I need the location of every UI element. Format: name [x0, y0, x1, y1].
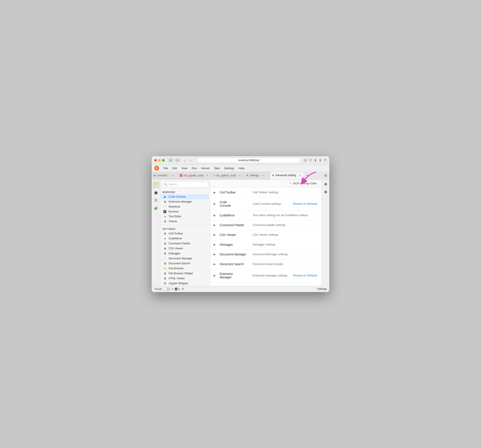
menu-view[interactable]: View [180, 166, 189, 171]
restore-code-console-button[interactable]: Restore to Defaults [292, 202, 318, 206]
sidebar-item-codemirror-label: CodeMirror [169, 237, 182, 240]
code-console-desc: Code Console settings. [253, 202, 290, 205]
download-icon[interactable]: ⬇ [314, 159, 317, 162]
forward-button[interactable]: › [188, 158, 193, 163]
menu-settings[interactable]: Settings [222, 166, 236, 171]
sidebar-item-document-manager[interactable]: 📄 Document Manager [161, 256, 209, 261]
cell-toolbar-icon: ⚙ [163, 232, 167, 235]
sidebar-item-debugger-label: Debugger [169, 252, 180, 255]
tab-console1-close[interactable]: ✕ [171, 174, 174, 177]
right-settings-icon[interactable]: ⚙ [323, 189, 329, 195]
settings-row-code-console[interactable]: ▶ CodeConsole Code Console settings. Res… [210, 197, 322, 210]
shield-icon[interactable]: 🛡 [309, 159, 312, 162]
status-s-icon: S [175, 288, 177, 290]
settings-section-label: SETTINGS [160, 226, 210, 231]
json-settings-editor-button[interactable]: ↗ JSON Settings Editor [287, 181, 319, 186]
sidebar-item-doc-search-label: Document Search [169, 262, 190, 265]
file-browser-icon[interactable]: 📁 [152, 181, 159, 188]
sidebar-item-debugger[interactable]: ⚙ Debugger [161, 251, 209, 256]
status-gear-icon[interactable]: ⚙ [181, 287, 184, 291]
sidebar-item-file-browser-widget[interactable]: ⚙ File Browser Widget [161, 271, 209, 276]
tab-settings[interactable]: ⚙ Settings ✕ [244, 172, 270, 179]
share-icon[interactable]: ⬆ [319, 159, 322, 162]
sidebar-item-jupyter-widgets[interactable]: ⚙ Jupyter Widgets [161, 281, 209, 286]
settings-row-debugger[interactable]: ▶ Debugger Debugger settings [210, 240, 322, 250]
running-terminals-icon[interactable]: ⬤ [152, 189, 159, 196]
settings-row-command-palette[interactable]: ▶ Command Palette Command palette settin… [210, 220, 322, 230]
menu-edit[interactable]: Edit [171, 166, 179, 171]
close-button[interactable] [154, 159, 157, 162]
settings-row-cell-toolbar[interactable]: ▶ Cell Toolbar Cell Toolbar Settings. [210, 188, 322, 197]
toggle-track[interactable] [164, 287, 170, 291]
tab-add-button[interactable]: + [304, 172, 310, 179]
tab-python-close[interactable]: ✕ [238, 174, 241, 177]
settings-sidebar: 🔍 Search... MODIFIED ▶ Code Console ⚙ Ex… [160, 179, 210, 286]
status-icon1: S 0 [175, 287, 180, 291]
url-bar[interactable]: localhost:8888/lab [197, 158, 301, 163]
command-palette-icon: ⚙ [163, 242, 167, 245]
minimize-button[interactable] [158, 159, 161, 162]
html-viewer-icon: ⚙ [163, 277, 167, 280]
sidebar-item-cell-toolbar[interactable]: ⚙ Cell Toolbar [161, 231, 209, 236]
sidebar-item-terminal[interactable]: S Terminal [161, 209, 209, 214]
history-icon[interactable]: ⏱ [324, 159, 327, 162]
sidebar-item-codemirror[interactable]: ≡ CodeMirror [161, 236, 209, 241]
tab-jupyter-label: my_jupyter_scrip [184, 174, 203, 177]
document-manager-icon: 📄 [163, 257, 167, 260]
sidebar-item-text-editor[interactable]: ≡ Text Editor [161, 214, 209, 219]
menu-kernel[interactable]: Kernel [200, 166, 211, 171]
tab-console1[interactable]: ▶ Console 1 ✕ [152, 172, 178, 179]
text-editor-icon: ≡ [163, 215, 167, 218]
settings-row-document-manager[interactable]: ▶ Document Manager Document Manager sett… [210, 250, 322, 259]
pip-icon[interactable]: ⊡ [304, 159, 307, 162]
table-of-contents-icon[interactable]: ☰ [152, 197, 159, 204]
right-gear-icon[interactable]: ⚙ [323, 181, 329, 187]
tab-console1-label: Console 1 [157, 174, 169, 177]
sidebar-toggle-button[interactable]: ⊡ [168, 158, 173, 162]
tab-settings-close[interactable]: ✕ [261, 174, 264, 177]
tab-jupyter-close[interactable]: ✕ [206, 174, 209, 177]
sidebar-item-html-viewer[interactable]: ⚙ HTML Viewer [161, 276, 209, 281]
sidebar-item-file-browser[interactable]: 📁 File Browser [161, 266, 209, 271]
search-box[interactable]: 🔍 Search... [162, 181, 208, 187]
menu-file[interactable]: File [162, 166, 170, 171]
maximize-button[interactable] [162, 159, 165, 162]
document-search-icon: ⚙ [163, 262, 167, 265]
jupyter-script-icon: J [180, 174, 182, 177]
debugger-icon: ⚙ [163, 252, 167, 255]
sidebar-item-notebook[interactable]: 📄 Notebook [161, 204, 209, 209]
codemirror-desc: Text editor settings for all CodeMirror … [253, 214, 318, 217]
sidebar-item-document-search[interactable]: ⚙ Document Search [161, 261, 209, 266]
menu-help[interactable]: Help [237, 166, 246, 171]
tab-python-script[interactable]: ≡ my_python_scrip ✕ [211, 172, 244, 179]
tab-advanced-settings[interactable]: ⚙ Advanced Setting ✕ [270, 172, 304, 179]
tab-advanced-close[interactable]: ✕ [298, 173, 302, 177]
document-search-desc: Document search plugin. [253, 262, 318, 266]
settings-row-extension-manager[interactable]: ▶ ExtensionManager Extension manager set… [210, 269, 322, 282]
settings-row-document-search[interactable]: ▶ Document Search Document search plugin… [210, 259, 322, 269]
tab-advanced-label: Advanced Setting [276, 174, 296, 177]
restore-extension-manager-button[interactable]: Restore to Defaults [292, 273, 318, 277]
menu-tabs[interactable]: Tabs [212, 166, 221, 171]
chevron-codemirror-icon: ▶ [214, 214, 217, 217]
settings-row-codemirror[interactable]: ▶ CodeMirror Text editor settings for al… [210, 210, 322, 220]
sidebar-item-extension-manager[interactable]: ⚙ Extension Manager [161, 199, 209, 204]
menu-run[interactable]: Run [190, 166, 199, 171]
chevron-cell-toolbar-icon: ▶ [214, 191, 217, 194]
menubar: C File Edit View Run Kernel Tabs Setting… [152, 165, 329, 172]
sidebar-item-csv-viewer[interactable]: ⚙ CSV Viewer [161, 246, 209, 251]
cell-toolbar-title: Cell Toolbar [220, 191, 250, 194]
extension-manager-icon[interactable]: 🧩 [152, 205, 159, 212]
tab-gear-button[interactable]: ⚙ [322, 172, 329, 179]
sidebar-item-theme[interactable]: ⚙ Theme [161, 219, 209, 224]
settings-row-csv-viewer[interactable]: ▶ CSV Viewer CSV Viewer settings. [210, 230, 322, 240]
tab-jupyter-script[interactable]: J my_jupyter_scrip ✕ [178, 172, 211, 179]
simple-toggle[interactable] [164, 287, 170, 291]
dropdown-arrow[interactable]: ▾ [175, 158, 180, 162]
sidebar-item-command-palette[interactable]: ⚙ Command Palette [161, 241, 209, 246]
sidebar-item-cell-toolbar-label: Cell Toolbar [169, 232, 183, 235]
back-button[interactable]: ‹ [182, 158, 187, 163]
sidebar-item-code-console[interactable]: ▶ Code Console [161, 194, 209, 199]
terminal-icon: S [163, 210, 166, 213]
titlebar: ⊡ ▾ ‹ › localhost:8888/lab ⊡ 🛡 ⬇ ⬆ ⏱ [152, 156, 329, 165]
